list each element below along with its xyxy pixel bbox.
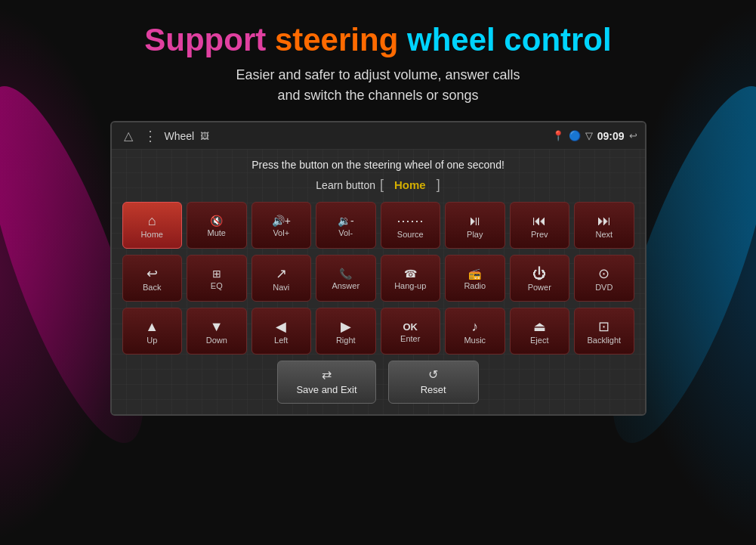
reset-icon: ↺ — [428, 369, 438, 381]
button-grid-row2: ↩ Back ⊞ EQ ↗ Navi 📞 Answer ☎ Hang-up 📻 — [122, 255, 634, 302]
status-left: △ ⋮ Wheel 🖼 — [119, 127, 210, 145]
status-right: 📍 🔵 ▽ 09:09 ↩ — [552, 130, 637, 142]
dvd-icon: ⊙ — [598, 267, 609, 280]
btn-answer[interactable]: 📞 Answer — [316, 255, 376, 302]
screen-title: Wheel — [165, 130, 195, 142]
btn-navi[interactable]: ↗ Navi — [251, 255, 312, 302]
location-icon: 📍 — [552, 130, 564, 141]
btn-play-label: Play — [467, 230, 483, 239]
status-bar: △ ⋮ Wheel 🖼 📍 🔵 ▽ 09:09 ↩ — [112, 122, 645, 150]
btn-down[interactable]: ▼ Down — [187, 308, 247, 355]
backlight-icon: ⊡ — [598, 320, 609, 333]
btn-source[interactable]: ⋯⋯ Source — [381, 202, 441, 249]
radio-icon: 📻 — [468, 268, 481, 279]
main-title: Support steering wheel control — [15, 23, 741, 57]
title-wheel: wheel — [398, 22, 495, 57]
learn-value: Home — [388, 177, 432, 193]
btn-backlight[interactable]: ⊡ Backlight — [574, 308, 634, 355]
next-icon: ⏭ — [597, 214, 611, 228]
btn-answer-label: Answer — [332, 281, 359, 290]
btn-right[interactable]: ▶ Right — [316, 308, 376, 355]
ok-icon: OK — [403, 322, 418, 332]
button-grid-row3: ▲ Up ▼ Down ◀ Left ▶ Right OK Enter ♪ Mu… — [122, 308, 634, 355]
btn-mute[interactable]: 🔇 Mute — [187, 202, 247, 249]
btn-mute-label: Mute — [208, 228, 226, 237]
btn-hangup-label: Hang-up — [394, 281, 426, 290]
btn-back-label: Back — [143, 283, 161, 292]
mute-icon: 🔇 — [210, 215, 223, 226]
navi-icon: ↗ — [276, 267, 287, 280]
btn-radio[interactable]: 📻 Radio — [445, 255, 505, 302]
learn-button-row: Learn button [ Home ] — [122, 177, 634, 193]
btn-power[interactable]: ⏻ Power — [510, 255, 570, 302]
btn-vol-plus-label: Vol+ — [273, 228, 289, 237]
btn-back[interactable]: ↩ Back — [122, 255, 183, 302]
down-arrow-icon: ▼ — [210, 320, 224, 333]
btn-source-label: Source — [397, 230, 424, 239]
btn-vol-minus-label: Vol- — [338, 228, 353, 237]
eject-icon: ⏏ — [533, 320, 546, 333]
bracket-close: ] — [437, 177, 440, 193]
clock: 09:09 — [597, 130, 625, 142]
btn-hangup[interactable]: ☎ Hang-up — [381, 255, 441, 302]
back-nav-icon[interactable]: ↩ — [629, 130, 637, 141]
action-row: ⇄ Save and Exit ↺ Reset — [122, 361, 634, 404]
btn-eject-label: Eject — [530, 336, 548, 345]
btn-next[interactable]: ⏭ Next — [574, 202, 634, 249]
save-exit-button[interactable]: ⇄ Save and Exit — [277, 361, 375, 404]
btn-dvd[interactable]: ⊙ DVD — [574, 255, 634, 302]
btn-vol-minus[interactable]: 🔉- Vol- — [316, 202, 376, 249]
vol-minus-icon: 🔉- — [338, 215, 354, 226]
source-icon: ⋯⋯ — [397, 214, 424, 228]
btn-eq[interactable]: ⊞ EQ — [187, 255, 247, 302]
btn-eq-label: EQ — [211, 281, 223, 290]
screen-icon: 🖼 — [200, 131, 209, 141]
btn-backlight-label: Backlight — [587, 336, 621, 345]
btn-dvd-label: DVD — [595, 283, 613, 292]
menu-icon[interactable]: ⋮ — [143, 128, 156, 144]
btn-vol-plus[interactable]: 🔊+ Vol+ — [251, 202, 312, 249]
eq-icon: ⊞ — [212, 268, 221, 279]
home-icon: ⌂ — [148, 214, 156, 228]
signal-icon: ▽ — [585, 130, 593, 141]
title-section: Support steering wheel control Easier an… — [0, 0, 756, 113]
title-support: Support — [144, 22, 266, 57]
btn-home[interactable]: ⌂ Home — [122, 202, 183, 249]
save-exit-label: Save and Exit — [296, 384, 356, 395]
btn-prev-label: Prev — [531, 230, 548, 239]
btn-enter-label: Enter — [400, 334, 420, 343]
btn-up[interactable]: ▲ Up — [122, 308, 183, 355]
btn-play[interactable]: ⏯ Play — [445, 202, 505, 249]
save-exit-icon: ⇄ — [322, 369, 332, 381]
btn-power-label: Power — [528, 283, 551, 292]
vol-plus-icon: 🔊+ — [272, 215, 291, 226]
prev-icon: ⏮ — [532, 214, 546, 228]
btn-enter[interactable]: OK Enter — [381, 308, 441, 355]
btn-eject[interactable]: ⏏ Eject — [510, 308, 570, 355]
up-arrow-icon: ▲ — [145, 320, 159, 333]
btn-up-label: Up — [147, 336, 157, 345]
power-icon: ⏻ — [532, 267, 546, 280]
btn-music[interactable]: ♪ Music — [445, 308, 505, 355]
btn-down-label: Down — [206, 336, 227, 345]
btn-prev[interactable]: ⏮ Prev — [510, 202, 570, 249]
left-arrow-icon: ◀ — [276, 320, 286, 333]
play-icon: ⏯ — [468, 214, 482, 228]
screen-container: △ ⋮ Wheel 🖼 📍 🔵 ▽ 09:09 ↩ Press the butt… — [110, 121, 646, 416]
answer-icon: 📞 — [339, 268, 352, 279]
btn-next-label: Next — [595, 230, 613, 239]
reset-button[interactable]: ↺ Reset — [388, 361, 479, 404]
btn-music-label: Music — [464, 336, 486, 345]
btn-left[interactable]: ◀ Left — [251, 308, 312, 355]
music-icon: ♪ — [471, 320, 478, 333]
btn-radio-label: Radio — [464, 281, 486, 290]
btn-home-label: Home — [141, 230, 163, 239]
home-nav-icon[interactable]: △ — [119, 127, 137, 145]
title-control: control — [495, 22, 612, 57]
press-instruction: Press the button on the steering wheel o… — [122, 159, 634, 171]
title-steering: steering — [266, 22, 398, 57]
button-grid-row1: ⌂ Home 🔇 Mute 🔊+ Vol+ 🔉- Vol- ⋯⋯ Source … — [122, 202, 634, 249]
back-icon: ↩ — [147, 267, 158, 280]
hangup-icon: ☎ — [404, 268, 417, 279]
subtitle: Easier and safer to adjust volume, answe… — [15, 65, 741, 106]
